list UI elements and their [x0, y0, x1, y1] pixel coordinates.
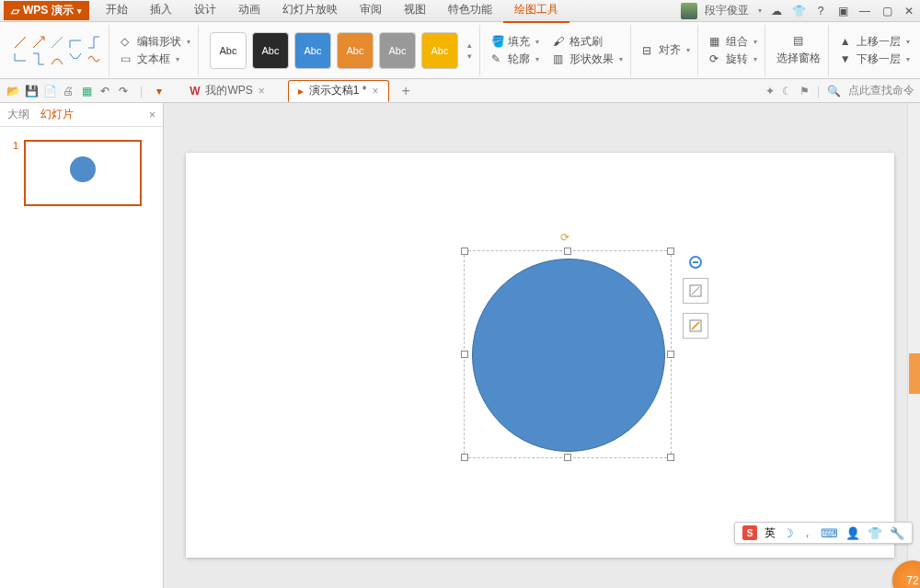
help-icon[interactable]: ?	[813, 4, 828, 18]
tab-animation[interactable]: 动画	[227, 0, 271, 23]
handle-bm[interactable]	[564, 454, 571, 461]
tab-review[interactable]: 审阅	[349, 0, 393, 23]
handle-ml[interactable]	[461, 351, 468, 358]
user-name[interactable]: 段宇俊亚	[705, 3, 749, 18]
style-preset-1[interactable]: Abc	[210, 32, 247, 69]
doc-tab-presentation[interactable]: ▸ 演示文稿1 * ×	[288, 80, 389, 102]
text-box-button[interactable]: ▭ 文本框▾	[121, 52, 190, 67]
handle-tr[interactable]	[667, 248, 674, 255]
fill-button[interactable]: 🪣填充▾ 🖌格式刷	[491, 34, 623, 50]
ime-lang[interactable]: 英	[765, 525, 776, 541]
connector2-icon[interactable]	[31, 52, 46, 66]
open-icon[interactable]: 📂	[6, 84, 20, 98]
pdf-icon[interactable]: 📄	[42, 84, 57, 98]
tab-slideshow[interactable]: 幻灯片放映	[271, 0, 349, 23]
slide-canvas[interactable]: ⟳	[186, 153, 894, 558]
close-tab-icon[interactable]: ×	[259, 85, 265, 98]
collapse-icon[interactable]	[689, 256, 702, 269]
new-tab-button[interactable]: +	[402, 83, 410, 99]
slides-tab[interactable]: 幻灯片	[40, 107, 74, 122]
handle-tl[interactable]	[461, 248, 468, 255]
slide-thumbnail-1[interactable]	[24, 140, 142, 206]
keyboard-icon[interactable]: ⌨	[821, 526, 838, 540]
style-preset-2[interactable]: Abc	[252, 32, 289, 69]
send-backward-button[interactable]: ▼下移一层▾	[840, 52, 910, 67]
tab-start[interactable]: 开始	[95, 0, 139, 23]
tab-insert[interactable]: 插入	[139, 0, 183, 23]
line-icon[interactable]	[13, 35, 28, 50]
select-pane-button[interactable]: ▤ 选择窗格	[776, 34, 821, 66]
select-pane-icon: ▤	[793, 34, 803, 47]
preview-icon[interactable]: ▦	[79, 84, 94, 98]
handle-mr[interactable]	[667, 351, 674, 358]
minimize-button[interactable]: —	[857, 4, 872, 18]
wrench-icon[interactable]: 🔧	[890, 526, 904, 540]
style-gallery-down[interactable]: ▾	[467, 52, 472, 61]
elbow-icon[interactable]	[68, 35, 83, 50]
align-icon: ⊟	[642, 44, 651, 57]
box-icon[interactable]: ▣	[835, 4, 850, 18]
redo-icon[interactable]: ↷	[116, 84, 131, 98]
canvas-area[interactable]: ⟳	[164, 103, 920, 588]
maximize-button[interactable]: ▢	[880, 4, 894, 18]
arrow-down-icon[interactable]: ▾	[152, 84, 167, 98]
edit-shape-button[interactable]: ◇ 编辑形状▾	[121, 34, 190, 50]
curve2-icon[interactable]	[68, 52, 83, 66]
search-icon[interactable]: 🔍	[827, 85, 841, 98]
tab-features[interactable]: 特色功能	[437, 0, 503, 23]
avatar[interactable]	[681, 3, 697, 19]
flag-icon[interactable]: ⚑	[799, 85, 810, 98]
handle-br[interactable]	[667, 454, 674, 461]
curve-icon[interactable]	[50, 52, 64, 66]
outline-button[interactable]: ✎轮廓▾ ▥形状效果▾	[491, 52, 623, 67]
print-icon[interactable]: 🖨	[61, 84, 75, 98]
person-icon[interactable]: 👤	[845, 526, 860, 540]
align-button[interactable]: ⊟对齐▾	[642, 42, 690, 58]
outline-tab[interactable]: 大纲	[7, 107, 29, 122]
doc-tab-mywps[interactable]: W 我的WPS ×	[179, 80, 275, 102]
ime-bar[interactable]: S 英 ☽ ， ⌨ 👤 👕 🔧	[734, 522, 913, 544]
save-icon[interactable]: 💾	[24, 84, 39, 98]
comma-icon[interactable]: ，	[801, 525, 813, 541]
tab-view[interactable]: 视图	[393, 0, 437, 23]
app-logo[interactable]: ▱ WPS 演示 ▾	[4, 1, 89, 20]
handle-bl[interactable]	[461, 454, 468, 461]
selection-box[interactable]: ⟳	[464, 250, 672, 458]
connector1-icon[interactable]	[13, 52, 28, 66]
vertical-scrollbar[interactable]	[907, 103, 920, 588]
tab-drawing-tools[interactable]: 绘图工具	[503, 0, 569, 23]
style-preset-6[interactable]: Abc	[421, 32, 458, 69]
close-button[interactable]: ✕	[902, 4, 916, 18]
wand-icon[interactable]: ✦	[765, 85, 775, 98]
close-tab-icon[interactable]: ×	[373, 85, 379, 98]
cloud-icon[interactable]: ☁	[769, 4, 784, 18]
app-name: WPS 演示	[23, 3, 74, 18]
rotate-handle[interactable]: ⟳	[560, 231, 575, 246]
group-button[interactable]: ▦组合▾	[709, 34, 757, 50]
shape-tool-1[interactable]	[683, 278, 708, 304]
side-handle[interactable]	[909, 353, 920, 394]
close-panel-icon[interactable]: ×	[149, 109, 155, 121]
tab-design[interactable]: 设计	[183, 0, 227, 23]
bring-forward-button[interactable]: ▲上移一层▾	[840, 34, 910, 50]
rotate-button[interactable]: ⟳旋转▾	[709, 52, 757, 67]
double-arrow-icon[interactable]	[50, 35, 64, 50]
shirt-icon[interactable]: 👕	[791, 4, 806, 18]
style-preset-3[interactable]: Abc	[294, 32, 331, 69]
side-tabs: 大纲 幻灯片 ×	[0, 103, 163, 127]
arrow-icon[interactable]	[31, 35, 46, 50]
moon-icon[interactable]: ☾	[782, 85, 792, 98]
freeform-icon[interactable]	[86, 52, 101, 66]
sogou-logo-icon[interactable]: S	[742, 525, 757, 540]
style-preset-5[interactable]: Abc	[379, 32, 416, 69]
undo-icon[interactable]: ↶	[98, 84, 112, 98]
elbow2-icon[interactable]	[86, 35, 101, 50]
style-gallery-up[interactable]: ▴	[467, 40, 472, 50]
shape-tool-2[interactable]	[683, 313, 708, 339]
handle-tm[interactable]	[564, 248, 571, 255]
moon-icon[interactable]: ☽	[783, 526, 794, 540]
style-preset-4[interactable]: Abc	[337, 32, 374, 69]
shirt-icon[interactable]: 👕	[868, 526, 882, 540]
search-hint[interactable]: 点此查找命令	[848, 83, 914, 98]
circle-shape[interactable]	[472, 259, 665, 452]
